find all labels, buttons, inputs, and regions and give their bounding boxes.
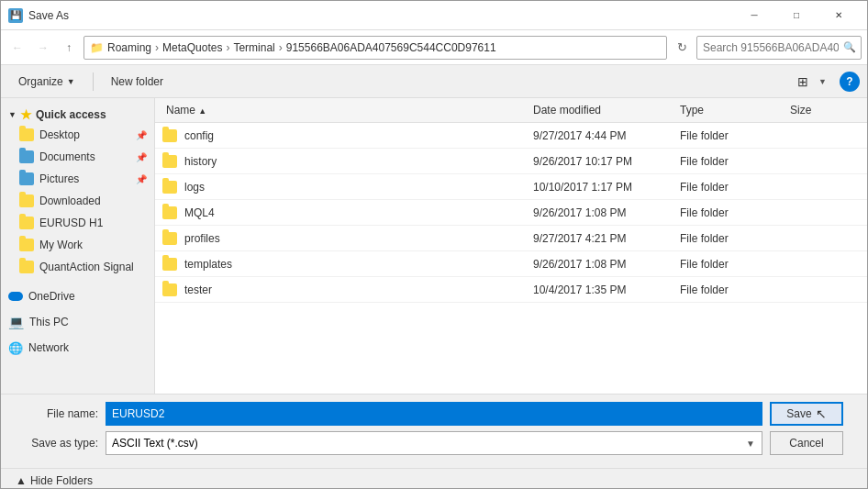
sidebar-item-label: My Work [39, 239, 83, 251]
folder-icon [162, 206, 177, 219]
folder-icon [19, 194, 34, 207]
table-row[interactable]: history 9/26/2017 10:17 PM File folder [155, 149, 867, 174]
onedrive-icon [8, 292, 23, 301]
onedrive-section: OneDrive [1, 285, 154, 307]
minimize-button[interactable]: ─ [733, 1, 775, 30]
refresh-button[interactable]: ↻ [671, 37, 693, 59]
file-name-label: File name: [16, 407, 98, 420]
address-bar: ← → ↑ 📁 Roaming › MetaQuotes › Terminal … [1, 30, 867, 65]
forward-button[interactable]: → [32, 37, 54, 59]
thispc-label: This PC [29, 316, 69, 328]
sidebar-item-label: Downloaded [39, 194, 101, 207]
organize-chevron-icon: ▼ [67, 77, 75, 86]
save-as-type-wrapper: ASCII Text (*.csv) CSV (*.csv) All Files… [106, 431, 762, 455]
new-folder-label: New folder [111, 75, 163, 88]
search-input[interactable] [696, 36, 862, 60]
folder-icon [162, 181, 177, 194]
chevron-down-icon: ▼ [8, 110, 17, 119]
new-folder-button[interactable]: New folder [101, 70, 173, 94]
table-row[interactable]: tester 10/4/2017 1:35 PM File folder [155, 277, 867, 303]
folder-icon [19, 239, 34, 251]
title-bar: 💾 Save As ─ □ ✕ [1, 1, 867, 30]
pin-icon: 📌 [136, 152, 147, 162]
col-header-type[interactable]: Type [676, 102, 786, 118]
thispc-section: 💻 This PC [1, 311, 154, 333]
up-button[interactable]: ↑ [58, 37, 80, 59]
file-name-cell: MQL4 [162, 206, 529, 219]
table-row[interactable]: templates 9/26/2017 1:08 PM File folder [155, 251, 867, 277]
sidebar-item-desktop[interactable]: Desktop 📌 [1, 124, 154, 146]
help-button[interactable]: ? [840, 72, 860, 92]
col-header-size[interactable]: Size [786, 102, 860, 118]
sidebar-item-label: Documents [39, 150, 95, 163]
file-name-cell: profiles [162, 232, 529, 245]
folder-icon [19, 128, 34, 141]
sidebar-item-downloaded[interactable]: Downloaded [1, 190, 154, 212]
quick-access-label: Quick access [36, 108, 106, 121]
col-header-date[interactable]: Date modified [529, 102, 676, 118]
status-bar: ▲ Hide Folders [1, 468, 867, 488]
sidebar-item-label: Pictures [39, 172, 79, 185]
sidebar-item-pictures[interactable]: Pictures 📌 [1, 168, 154, 190]
address-path[interactable]: 📁 Roaming › MetaQuotes › Terminal › 9155… [83, 36, 667, 60]
col-header-name[interactable]: Name ▲ [162, 102, 529, 118]
save-as-type-select[interactable]: ASCII Text (*.csv) CSV (*.csv) All Files… [106, 431, 762, 455]
save-as-type-label: Save as type: [16, 437, 98, 450]
cancel-label: Cancel [789, 437, 823, 450]
file-list-header: Name ▲ Date modified Type Size [155, 98, 867, 123]
window-controls: ─ □ ✕ [733, 1, 860, 30]
path-icon: 📁 [90, 41, 104, 54]
sidebar-item-label: Desktop [39, 128, 80, 141]
pin-icon: 📌 [136, 130, 147, 140]
folder-icon [19, 150, 34, 163]
onedrive-label: OneDrive [28, 290, 75, 303]
sidebar-item-thispc[interactable]: 💻 This PC [1, 311, 154, 333]
pin-icon: 📌 [136, 174, 147, 184]
maximize-button[interactable]: □ [775, 1, 818, 30]
folder-icon [162, 283, 177, 296]
folder-icon [162, 258, 177, 271]
close-button[interactable]: ✕ [818, 1, 860, 30]
folder-icon [19, 172, 34, 185]
cancel-button[interactable]: Cancel [770, 431, 843, 455]
sidebar-item-network[interactable]: 🌐 Network [1, 337, 154, 359]
file-name-input[interactable] [106, 402, 762, 426]
view-chevron-icon: ▼ [818, 77, 827, 86]
organize-button[interactable]: Organize ▼ [8, 70, 85, 94]
cancel-area: Cancel [770, 431, 852, 455]
sidebar-item-onedrive[interactable]: OneDrive [1, 285, 154, 307]
table-row[interactable]: logs 10/10/2017 1:17 PM File folder [155, 174, 867, 200]
breadcrumb: Roaming › MetaQuotes › Terminal › 915566… [107, 41, 496, 54]
toolbar-separator [93, 72, 94, 91]
hide-folders-toggle[interactable]: ▲ Hide Folders [8, 471, 100, 487]
folder-icon [162, 232, 177, 245]
back-button[interactable]: ← [6, 37, 28, 59]
cursor-icon: ↖ [816, 406, 827, 421]
save-as-type-row: Save as type: ASCII Text (*.csv) CSV (*.… [16, 431, 852, 455]
toolbar: Organize ▼ New folder ⊞ ▼ ? [1, 65, 867, 98]
sidebar-item-mywork[interactable]: My Work [1, 234, 154, 256]
file-name-cell: config [162, 129, 529, 142]
network-section: 🌐 Network [1, 337, 154, 359]
table-row[interactable]: profiles 9/27/2017 4:21 PM File folder [155, 226, 867, 251]
sidebar-item-label: QuantAction Signal [39, 261, 134, 273]
file-name-cell: templates [162, 258, 529, 271]
save-button[interactable]: Save ↖ [770, 402, 843, 426]
organize-label: Organize [18, 75, 63, 88]
folder-icon [19, 217, 34, 229]
sidebar: ▼ ★ Quick access Desktop 📌 Documents 📌 P… [1, 98, 155, 394]
window-icon: 💾 [8, 8, 23, 23]
sidebar-item-eurusd[interactable]: EURUSD H1 [1, 212, 154, 234]
table-row[interactable]: config 9/27/2017 4:44 PM File folder [155, 123, 867, 149]
sidebar-item-quantaction[interactable]: QuantAction Signal [1, 256, 154, 278]
network-label: Network [28, 341, 69, 354]
sort-arrow-icon: ▲ [198, 106, 206, 116]
folder-icon [162, 129, 177, 142]
computer-icon: 💻 [8, 315, 24, 329]
file-name-cell: tester [162, 283, 529, 296]
table-row[interactable]: MQL4 9/26/2017 1:08 PM File folder [155, 200, 867, 226]
action-buttons: Save ↖ [770, 402, 852, 426]
view-button[interactable]: ⊞ [791, 70, 815, 94]
sidebar-item-documents[interactable]: Documents 📌 [1, 146, 154, 168]
sidebar-section-quick-access[interactable]: ▼ ★ Quick access [1, 102, 154, 124]
